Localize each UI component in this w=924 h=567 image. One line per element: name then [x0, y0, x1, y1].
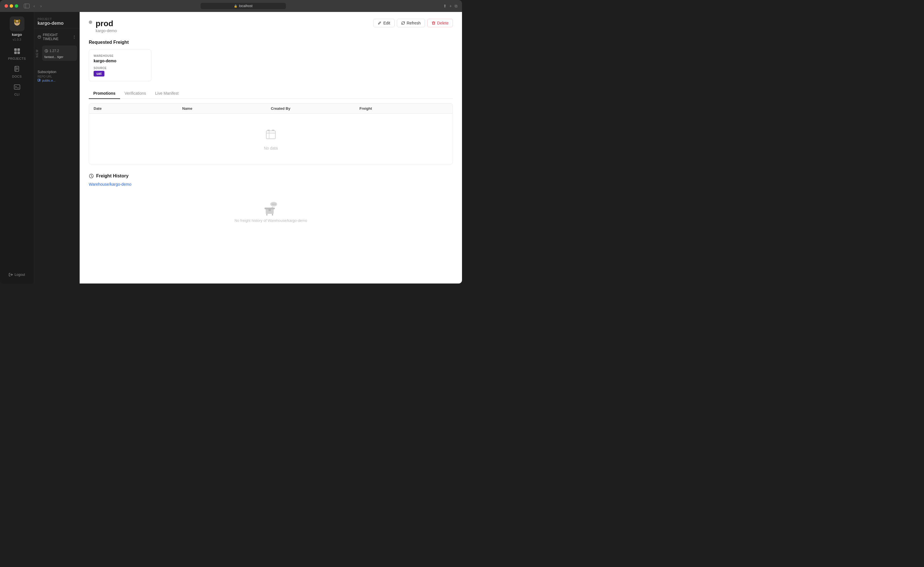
close-button[interactable]: [5, 4, 8, 8]
edit-label: Edit: [383, 21, 390, 25]
stage-title: prod: [96, 19, 117, 28]
promotions-table: Date Name Created By Freight No data: [89, 103, 453, 164]
table-header: Date Name Created By Freight: [89, 104, 452, 114]
svg-rect-35: [269, 209, 271, 211]
url-input[interactable]: 🔒 localhost: [201, 3, 286, 9]
svg-rect-9: [14, 51, 17, 54]
svg-rect-37: [272, 214, 273, 216]
sidebar-toggle-icon[interactable]: [24, 4, 30, 8]
browser-chrome: ‹ › 🔒 localhost ⬆ + ⧉: [0, 0, 462, 12]
table-empty-state: No data: [89, 114, 452, 164]
new-label: NEW: [34, 44, 40, 62]
url-text: localhost: [239, 4, 252, 8]
repo-url[interactable]: public.e...: [38, 79, 76, 82]
sidebar-item-projects[interactable]: PROJECTS: [0, 46, 34, 63]
share-icon[interactable]: ⬆: [443, 4, 447, 8]
delete-button[interactable]: Delete: [427, 19, 453, 27]
sidebar-item-docs-label: DOCS: [12, 75, 22, 78]
refresh-label: Refresh: [407, 21, 421, 25]
forward-button[interactable]: ›: [39, 4, 43, 8]
freight-timeline-menu[interactable]: ⋮: [72, 35, 76, 39]
app-layout: kargo v1.0.3 PROJECTS: [0, 12, 462, 284]
repo-url-value: public.e...: [42, 79, 56, 82]
sidebar-item-cli-label: CLI: [14, 93, 20, 96]
tabs-icon[interactable]: ⧉: [455, 4, 457, 9]
no-freight-text: No freight history of Warehouse/kargo-de…: [234, 218, 307, 223]
sidebar: kargo v1.0.3 PROJECTS: [0, 12, 34, 284]
tab-verifications[interactable]: Verifications: [120, 88, 150, 99]
edit-button[interactable]: Edit: [373, 19, 394, 27]
stage-version: 1.27.2: [50, 49, 59, 53]
sidebar-logo: [10, 16, 24, 31]
sidebar-nav: PROJECTS DOCS: [0, 46, 34, 269]
svg-point-6: [16, 23, 18, 24]
col-freight: Freight: [360, 106, 448, 111]
stage-subtitle: kargo-demo: [96, 28, 117, 33]
cli-icon: [14, 84, 20, 92]
freight-timeline-label: FREIGHT TIMELINE: [43, 33, 71, 41]
docs-icon: [14, 66, 20, 74]
sidebar-item-docs[interactable]: DOCS: [0, 64, 34, 81]
logout-button[interactable]: Logout: [9, 269, 25, 279]
col-date: Date: [93, 106, 182, 111]
svg-point-30: [272, 204, 273, 205]
tab-promotions[interactable]: Promotions: [89, 88, 120, 99]
maximize-button[interactable]: [15, 4, 18, 8]
freight-history-section-title: Freight History: [96, 174, 129, 178]
no-freight-icon: [262, 199, 280, 218]
empty-text: No data: [264, 146, 278, 150]
browser-right-controls: ⬆ + ⧉: [443, 4, 457, 9]
refresh-button[interactable]: Refresh: [397, 19, 425, 27]
warehouse-link[interactable]: Warehouse/kargo-demo: [89, 182, 453, 186]
address-bar: 🔒 localhost: [47, 3, 440, 9]
svg-rect-36: [266, 214, 267, 216]
project-label: PROJECT: [38, 18, 76, 21]
lock-icon: 🔒: [234, 4, 237, 8]
empty-icon: [264, 128, 278, 144]
sidebar-brand: kargo: [12, 32, 22, 37]
sidebar-item-projects-label: PROJECTS: [8, 57, 26, 60]
requested-freight-title: Requested Freight: [89, 40, 453, 45]
svg-rect-28: [272, 130, 274, 131]
repo-url-label: REPO URL: [38, 75, 76, 78]
browser-controls: ‹ ›: [24, 4, 43, 8]
delete-label: Delete: [437, 21, 449, 25]
subscription-section: Subscription REPO URL public.e...: [34, 68, 80, 84]
svg-rect-12: [15, 66, 17, 71]
tabs: Promotions Verifications Live Manifest: [89, 88, 453, 99]
stage-title-section: prod kargo-demo: [89, 19, 117, 33]
stage-card[interactable]: 1.27.2 fantast... tiger: [42, 45, 77, 61]
warehouse-value: kargo-demo: [93, 58, 147, 63]
traffic-lights: [5, 4, 18, 8]
stage-header: prod kargo-demo Edit Refresh: [89, 19, 453, 33]
svg-rect-8: [17, 48, 20, 51]
source-label: SOURCE: [93, 66, 147, 70]
no-freight-history: No freight history of Warehouse/kargo-de…: [89, 190, 453, 232]
subscription-title: Subscription: [38, 70, 76, 74]
stage-status-dot: [89, 21, 92, 24]
col-created-by: Created By: [271, 106, 360, 111]
source-badge: uat: [93, 71, 104, 76]
svg-point-31: [273, 204, 274, 205]
content-panel: prod kargo-demo Edit Refresh: [80, 12, 462, 284]
projects-icon: [14, 48, 20, 56]
svg-rect-15: [14, 85, 20, 89]
freight-history-title: Freight History: [89, 174, 453, 178]
stage-tag: fantast... tiger: [44, 55, 75, 58]
minimize-button[interactable]: [10, 4, 13, 8]
new-tab-icon[interactable]: +: [449, 4, 452, 8]
back-button[interactable]: ‹: [32, 4, 36, 8]
sidebar-version: v1.0.3: [13, 38, 21, 41]
warehouse-label: WAREHOUSE: [93, 54, 147, 57]
svg-rect-10: [17, 51, 20, 54]
freight-card: WAREHOUSE kargo-demo SOURCE uat: [89, 50, 151, 81]
tab-live-manifest[interactable]: Live Manifest: [150, 88, 183, 99]
svg-rect-7: [14, 48, 17, 51]
col-name: Name: [182, 106, 271, 111]
freight-timeline-panel: PROJECT kargo-demo FREIGHT TIMELINE ⋮ NE…: [34, 12, 80, 284]
freight-history-section: Freight History Warehouse/kargo-demo: [89, 174, 453, 232]
project-name: kargo-demo: [38, 21, 76, 26]
stage-actions: Edit Refresh: [373, 19, 453, 27]
freight-timeline-header: FREIGHT TIMELINE ⋮: [34, 31, 80, 43]
sidebar-item-cli[interactable]: CLI: [0, 82, 34, 98]
